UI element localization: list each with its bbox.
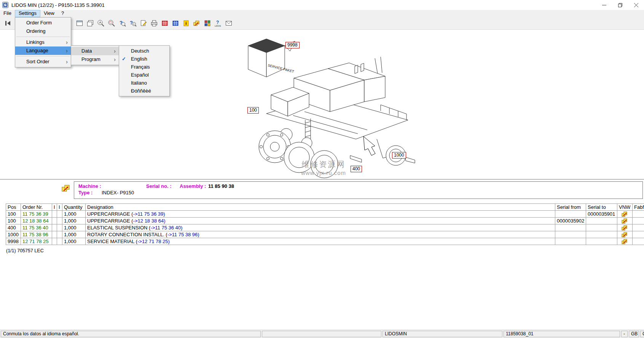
parts-list-icon[interactable] [61,184,72,193]
cell-pos: 1000 [6,231,21,238]
submenu-arrow-icon: › [114,47,116,55]
cell-order-nr: 11 75 36 39 [21,211,52,218]
callout-100[interactable]: 100 [247,107,259,114]
svg-text:?: ? [216,20,219,25]
status-dash: - [621,331,628,337]
menu-item-linkings[interactable]: Linkings› [15,38,71,46]
cell-quantity: 1,000 [62,224,86,231]
mail-icon[interactable] [224,18,234,28]
menu-item-data[interactable]: Data› [71,47,119,55]
callout-400[interactable]: 400 [351,166,362,172]
check-icon: ✓ [122,55,126,63]
cell-serial-from [555,238,586,245]
designation-text: ROTARY CONNECTION INSTALL. ( [87,232,167,237]
designation-link[interactable]: ->11 75 36 40) [150,225,182,231]
menu-item-english[interactable]: ✓English [119,55,169,63]
vnw-link-icon[interactable] [622,211,628,217]
machine-label: Machine : [78,183,101,189]
table-row[interactable]: 400 11 75 36 40 1,000 ELASTICAL SUSPENSI… [6,224,644,231]
zoom-area-icon[interactable] [107,18,116,28]
nav-first-icon[interactable] [3,18,13,28]
cell-vnw [617,231,633,238]
cell-fabn [633,238,644,245]
toolbar: A ? ?+ i [0,17,644,30]
menu-item-russian[interactable]: Ðóññêèé [119,87,169,95]
hotspot-icon[interactable] [192,18,202,28]
svg-text:+: + [133,23,135,26]
cell-pos: 400 [6,224,21,231]
cell-pos: 100 [6,218,21,224]
info-panel: Machine : Serial no. : Assembly : 11 85 … [0,179,644,200]
cell-designation: ROTARY CONNECTION INSTALL. (->11 75 38 9… [86,231,555,238]
table-row[interactable]: 1000 11 75 38 96 1,000 ROTARY CONNECTION… [6,231,644,238]
menu-item-program[interactable]: Program› [71,55,119,64]
designation-text: SERVICE MATERIAL ( [87,239,137,244]
table-row[interactable]: 100 11 75 36 39 1,000 UPPERCARRIAGE (->1… [6,211,644,218]
zoom-help-icon[interactable]: ? [117,18,127,28]
designation-text: UPPERCARRIAGE ( [87,211,133,217]
menu-item-ordering[interactable]: Ordering [15,27,71,35]
print-icon[interactable] [149,18,159,28]
menu-item-sort-order[interactable]: Sort Order› [15,58,71,66]
minimize-button[interactable] [596,0,612,10]
designation-link[interactable]: ->11 75 36 39) [133,211,165,217]
cell-serial-to [586,218,617,224]
vnw-link-icon[interactable] [622,225,628,231]
menu-item-language[interactable]: Language› [15,46,71,55]
designation-link[interactable]: ->12 18 38 64) [133,218,166,224]
cell-designation: UPPERCARRIAGE (->11 75 36 39) [86,211,555,218]
zoom-text-icon[interactable]: A [96,18,106,28]
cell-vnw [617,224,633,231]
callout-1000[interactable]: 1000 [392,152,406,159]
menu-view[interactable]: View [40,10,58,17]
copy-view-icon[interactable] [85,18,95,28]
notes-icon[interactable] [139,18,148,28]
table-blue-icon[interactable] [171,18,180,28]
callout-9998[interactable]: 9998 [285,42,300,48]
designation-link[interactable]: ->11 75 38 96) [167,232,199,237]
menu-item-espanol[interactable]: Español [119,71,169,79]
menu-help[interactable]: ? [58,10,67,17]
menu-file[interactable]: File [0,10,15,17]
col-designation: Designation [86,204,555,211]
restore-button[interactable] [612,0,628,10]
col-i2: I [57,204,62,211]
zoom-help-plus-icon[interactable]: ?+ [128,18,138,28]
menu-item-italiano[interactable]: Italiano [119,79,169,87]
status-app-name: LIDOSMIN [383,331,502,337]
designation-link[interactable]: ->12 71 78 25) [137,239,170,244]
menu-item-deutsch[interactable]: Deutsch [119,47,169,55]
menu-item-francais[interactable]: Français [119,63,169,71]
menu-settings[interactable]: Settings [15,10,40,17]
menu-separator [16,56,70,56]
table-row[interactable]: 100 12 18 38 64 1,000 UPPERCARRIAGE (->1… [6,218,644,224]
submenu-arrow-icon: › [66,38,68,46]
cell-i2 [57,238,62,245]
vnw-link-icon[interactable] [622,218,628,224]
watermark: 维修资源网 www.yjx.ru.com [287,159,360,176]
cell-designation: ELASTICAL SUSPENSION (->11 75 36 40) [86,224,555,231]
svg-text:LIDOS: LIDOS [215,25,221,27]
cell-i2 [57,218,62,224]
close-button[interactable] [628,0,644,10]
cell-pos: 100 [6,211,21,218]
menu-item-order-form[interactable]: Order Form [15,19,71,27]
assembly-label: Assembly : [180,183,206,189]
vnw-link-icon[interactable] [622,232,628,237]
cell-fabn [633,211,644,218]
menu-item-label: Français [131,64,150,70]
submenu-arrow-icon: › [66,58,68,66]
cell-order-nr: 11 75 38 96 [21,231,52,238]
title-bar: LIDOS MIN (12/22) - P9150-1135 S.39901 [0,0,644,10]
col-serial-to: Serial to [586,204,617,211]
vnw-link-icon[interactable] [622,239,628,244]
table-row[interactable]: 9998 12 71 78 25 1,000 SERVICE MATERIAL … [6,238,644,245]
menu-item-label: Language [26,48,48,53]
col-i1: I [52,204,57,211]
fit-window-icon[interactable] [75,18,84,28]
link-icon[interactable] [202,18,212,28]
info-icon[interactable]: i [181,18,191,28]
cell-vnw [617,238,633,245]
table-red-icon[interactable] [160,18,170,28]
lidos-help-icon[interactable]: ?LIDOS [213,18,223,28]
